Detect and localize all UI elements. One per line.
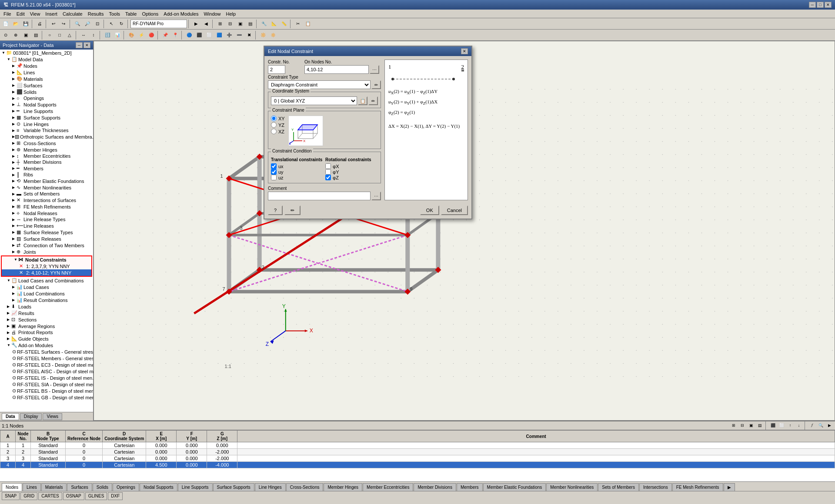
tab-data[interactable]: Data xyxy=(2,413,19,420)
tree-load-combinations[interactable]: ▶ 📊 Load Combinations xyxy=(0,290,93,297)
table-row[interactable]: 2 2 Standard 0 Cartesian 0.000 0.000 -2.… xyxy=(0,449,835,455)
plane-xz-radio[interactable] xyxy=(271,129,277,134)
save-button[interactable]: 💾 xyxy=(21,19,30,29)
tab-display[interactable]: Display xyxy=(20,413,42,420)
menu-addon[interactable]: Add-on Modules xyxy=(161,10,201,17)
tb2-btn-18[interactable]: ⬛ xyxy=(194,30,204,40)
tab-members[interactable]: Members xyxy=(457,483,483,491)
tab-line-hinges[interactable]: Line Hinges xyxy=(255,483,286,491)
menu-file[interactable]: File xyxy=(1,10,14,17)
tree-average-regions[interactable]: ▶ ▣ Average Regions xyxy=(0,323,93,329)
tree-line-release-types[interactable]: ▶ ↔ Line Release Types xyxy=(0,216,93,222)
menu-edit[interactable]: Edit xyxy=(14,10,27,17)
tree-member-elastic[interactable]: ▶ ⟲ Member Elastic Foundations xyxy=(0,178,93,184)
phiy-checkbox[interactable] xyxy=(325,169,331,175)
tree-cross-sections[interactable]: ▶ ⊞ Cross-Sections xyxy=(0,140,93,146)
tb2-btn-23[interactable]: ✖ xyxy=(244,30,254,40)
tree-addon-5[interactable]: ⊙ RF-STEEL IS - Design of steel men... xyxy=(0,375,93,381)
plane-yz-option[interactable]: YZ xyxy=(271,122,285,128)
tab-sets-members[interactable]: Sets of Members xyxy=(598,483,639,491)
tb2-btn-21[interactable]: ➕ xyxy=(224,30,234,40)
edit-nodal-constraint-dialog[interactable]: Edit Nodal Constraint ✕ Constr. No. xyxy=(264,46,472,219)
tb2-btn-14[interactable]: 🔴 xyxy=(147,30,156,40)
coord-sys-copy-button[interactable]: 📋 xyxy=(358,96,367,105)
tree-model-data[interactable]: ▼ 📋 Model Data xyxy=(0,56,93,63)
plane-xy-option[interactable]: XY xyxy=(271,116,285,121)
tab-solids[interactable]: Solids xyxy=(93,483,112,491)
tree-fe-mesh[interactable]: ▶ ⊞ FE Mesh Refinements xyxy=(0,203,93,210)
tb2-btn-20[interactable]: 🟦 xyxy=(214,30,224,40)
table-row[interactable]: 3 3 Standard 0 Cartesian 0.000 0.000 -2.… xyxy=(0,455,835,462)
tree-guide-objects[interactable]: ▶ 📐 Guide Objects xyxy=(0,335,93,342)
constraint-type-edit-button[interactable]: ✏ xyxy=(371,80,381,89)
tab-nodal-supports[interactable]: Nodal Supports xyxy=(140,483,177,491)
glines-button[interactable]: GLINES xyxy=(85,492,107,500)
tree-result-combinations[interactable]: ▶ 📊 Result Combinations xyxy=(0,297,93,303)
tree-member-nonlinearities[interactable]: ▶ ∿ Member Nonlinearities xyxy=(0,184,93,191)
tb2-btn-22[interactable]: ➖ xyxy=(234,30,244,40)
tb-btn-9[interactable]: 📏 xyxy=(279,19,289,29)
tb-btn-5[interactable]: ▣ xyxy=(235,19,245,29)
tab-views[interactable]: Views xyxy=(43,413,62,420)
nav-tree[interactable]: ▼ 📁 003801* [01_Members_2D] ▼ 📋 Model Da… xyxy=(0,50,93,412)
uz-checkbox-item[interactable]: uz xyxy=(271,175,324,180)
tree-members[interactable]: ▶ ━ Members xyxy=(0,165,93,172)
uz-checkbox[interactable] xyxy=(271,175,277,180)
uy-checkbox[interactable] xyxy=(271,169,277,175)
minimize-button[interactable]: ─ xyxy=(809,2,816,8)
tb-btn-10[interactable]: ✂ xyxy=(293,19,303,29)
tab-cross-sections[interactable]: Cross-Sections xyxy=(286,483,324,491)
tree-joints[interactable]: ▶ ⊕ Joints xyxy=(0,249,93,255)
restore-button[interactable]: □ xyxy=(817,2,824,8)
tb2-btn-13[interactable]: ⚡ xyxy=(137,30,146,40)
constraint-type-select[interactable]: Diaphragm Constraint xyxy=(268,80,371,89)
table-tb-3[interactable]: ▣ xyxy=(747,421,755,429)
tree-materials[interactable]: ▶ 🎨 Materials xyxy=(0,76,93,82)
ok-button[interactable]: OK xyxy=(420,206,439,215)
tree-ribs[interactable]: ▶ ║ Ribs xyxy=(0,172,93,178)
tree-member-divisions[interactable]: ▶ ┼ Member Divisions xyxy=(0,159,93,165)
tree-nodal-constraint-2[interactable]: ✕ 2: 4,10-12; YYN NNY xyxy=(2,269,91,276)
tb2-btn-12[interactable]: 🎨 xyxy=(127,30,136,40)
tree-line-supports[interactable]: ▶ ━ Line Supports xyxy=(0,108,93,114)
uy-checkbox-item[interactable]: uy xyxy=(271,169,324,175)
table-container[interactable]: A NodeNo. BNode Type CReference Node DCo… xyxy=(0,430,835,481)
dialog-close-button[interactable]: ✕ xyxy=(461,48,468,54)
undo-button[interactable]: ↩ xyxy=(49,19,58,29)
tree-nodal-supports[interactable]: ▶ ⊥ Nodal Supports xyxy=(0,101,93,108)
cancel-button[interactable]: Cancel xyxy=(441,206,468,215)
constr-no-input[interactable] xyxy=(268,65,285,74)
tb2-btn-11[interactable]: 📊 xyxy=(113,30,122,40)
plane-xz-option[interactable]: XZ xyxy=(271,129,285,134)
close-button[interactable]: ✕ xyxy=(825,2,832,8)
tree-printout-reports[interactable]: ▶ 🖨 Printout Reports xyxy=(0,329,93,335)
tb2-btn-1[interactable]: ⊙ xyxy=(1,30,10,40)
tb-btn-3[interactable]: ⊞ xyxy=(215,19,225,29)
tree-addon-6[interactable]: ⊙ RF-STEEL SIA - Design of steel mem... xyxy=(0,381,93,388)
tree-surface-supports[interactable]: ▶ ▦ Surface Supports xyxy=(0,114,93,121)
select-button[interactable]: ↖ xyxy=(107,19,116,29)
menu-results[interactable]: Results xyxy=(85,10,107,17)
menu-help[interactable]: Help xyxy=(224,10,239,17)
table-tb-6[interactable]: ⬜ xyxy=(778,421,785,429)
comment-browse-button[interactable]: ⋯ xyxy=(371,192,381,200)
view-area[interactable]: 1 2 3 7 9 2 X Y Z xyxy=(94,41,835,421)
tb2-btn-4[interactable]: ▤ xyxy=(31,30,40,40)
on-nodes-browse-button[interactable]: ⋯ xyxy=(370,65,379,74)
tree-results[interactable]: ▶ 📈 Results xyxy=(0,310,93,316)
phiz-checkbox-item[interactable]: φZ xyxy=(325,175,378,180)
menu-view[interactable]: View xyxy=(27,10,43,17)
tree-line-releases[interactable]: ▶ ⟵ Line Releases xyxy=(0,222,93,229)
tb-btn-6[interactable]: ▤ xyxy=(245,19,255,29)
tab-member-hinges[interactable]: Member Hinges xyxy=(324,483,362,491)
tree-loads[interactable]: ▶ ⬇ Loads xyxy=(0,303,93,310)
tab-surface-supports[interactable]: Surface Supports xyxy=(213,483,254,491)
menu-table[interactable]: Table xyxy=(123,10,139,17)
tree-nodes[interactable]: ▶ 📌 Nodes xyxy=(0,63,93,69)
coord-sys-edit-button[interactable]: ✏ xyxy=(368,96,378,105)
tab-surfaces[interactable]: Surfaces xyxy=(67,483,92,491)
tb-btn-11[interactable]: 📋 xyxy=(303,19,313,29)
tab-lines[interactable]: Lines xyxy=(23,483,41,491)
menu-window[interactable]: Window xyxy=(201,10,223,17)
tree-sections[interactable]: ▶ ⊡ Sections xyxy=(0,316,93,323)
